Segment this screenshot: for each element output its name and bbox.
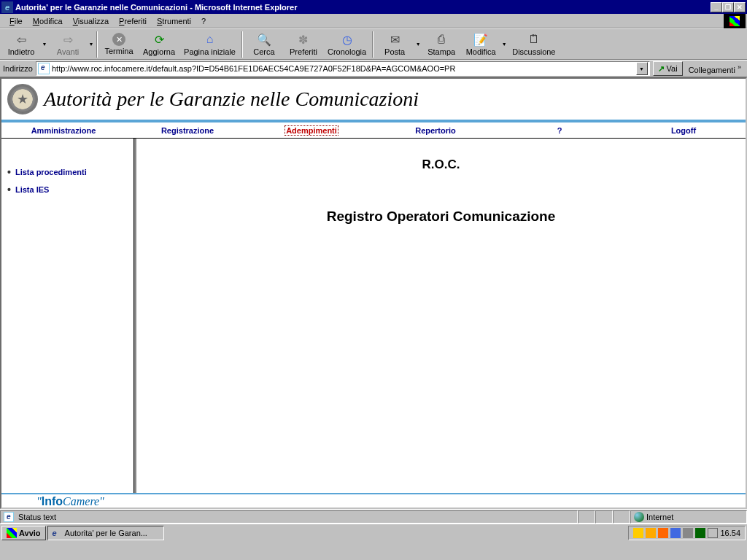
system-tray[interactable]: 16.54 — [628, 526, 746, 540]
tray-icon[interactable] — [658, 528, 668, 538]
main-content: R.O.C. Registro Operatori Comunicazione — [134, 139, 746, 493]
forward-dropdown: ▼ — [88, 42, 95, 47]
maximize-button[interactable]: ❐ — [722, 2, 734, 12]
status-cell — [595, 510, 613, 524]
taskbar-task[interactable]: Autorita' per le Garan... — [47, 526, 164, 540]
mail-dropdown[interactable]: ▼ — [414, 42, 422, 47]
refresh-icon: ⟳ — [152, 32, 166, 47]
print-icon: ⎙ — [434, 32, 449, 47]
menu-view[interactable]: Visualizza — [68, 15, 114, 27]
search-button[interactable]: 🔍 Cerca — [244, 30, 284, 59]
status-cell — [613, 510, 630, 524]
tray-icon[interactable] — [646, 528, 656, 538]
nav-help[interactable]: ? — [498, 122, 622, 138]
stop-button[interactable]: ✕ Termina — [99, 30, 139, 59]
sidebar-item-procedimenti[interactable]: Lista procedimenti — [7, 166, 128, 178]
clock: 16.54 — [720, 529, 740, 537]
windows-logo-icon — [724, 14, 746, 28]
close-button[interactable]: ✕ — [734, 2, 746, 12]
status-text: Status text — [18, 513, 56, 521]
history-icon: ◷ — [340, 32, 355, 47]
globe-icon — [634, 512, 644, 522]
footer-brand: "InfoCamere" — [1, 493, 746, 509]
search-icon: 🔍 — [257, 32, 271, 47]
security-zone: Internet — [630, 510, 747, 524]
nav-logoff[interactable]: Logoff — [622, 122, 746, 138]
back-dropdown[interactable]: ▼ — [41, 42, 48, 47]
page-icon — [4, 512, 14, 522]
links-button[interactable]: Collegamenti » — [686, 63, 744, 74]
statusbar: Status text Internet — [0, 509, 747, 524]
tray-icon[interactable] — [683, 528, 693, 538]
mail-icon: ✉ — [387, 32, 402, 47]
menu-tools[interactable]: Strumenti — [152, 15, 196, 27]
edit-dropdown[interactable]: ▼ — [500, 42, 508, 47]
menu-file[interactable]: File — [4, 15, 28, 27]
history-button[interactable]: ◷ Cronologia — [323, 30, 371, 59]
top-nav: Amministrazione Registrazione Adempiment… — [1, 121, 746, 139]
sidebar: Lista procedimenti Lista IES — [1, 139, 134, 493]
home-button[interactable]: ⌂ Pagina iniziale — [179, 30, 240, 59]
print-button[interactable]: ⎙ Stampa — [422, 30, 461, 59]
discuss-button[interactable]: 🗒 Discussione — [508, 30, 560, 59]
forward-arrow-icon: ⇨ — [61, 32, 75, 47]
edit-button[interactable]: 📝 Modifica — [461, 30, 500, 59]
favorites-button[interactable]: ✽ Preferiti — [284, 30, 323, 59]
favorites-icon: ✽ — [296, 32, 311, 47]
toolbar: ⇦ Indietro ▼ ⇨ Avanti ▼ ✕ Termina ⟳ Aggi… — [0, 28, 747, 60]
taskbar: Avvio Autorita' per le Garan... 16.54 — [0, 524, 747, 541]
address-label: Indirizzo — [3, 64, 33, 73]
tray-icon[interactable] — [695, 528, 705, 538]
tray-icon[interactable] — [670, 528, 681, 538]
sidebar-item-ies[interactable]: Lista IES — [7, 184, 128, 195]
address-dropdown[interactable]: ▼ — [636, 62, 648, 75]
nav-register[interactable]: Registrazione — [125, 122, 249, 138]
nav-repertory[interactable]: Repertorio — [374, 122, 498, 138]
nav-compliance[interactable]: Adempimenti — [249, 122, 374, 138]
menu-edit[interactable]: Modifica — [28, 15, 68, 27]
home-icon: ⌂ — [203, 32, 217, 47]
back-arrow-icon: ⇦ — [14, 32, 28, 47]
main-subheading: Registro Operatori Comunicazione — [136, 209, 746, 225]
toolbar-divider — [372, 31, 374, 58]
menu-help[interactable]: ? — [196, 15, 211, 27]
page-icon — [38, 63, 50, 74]
tray-icon[interactable] — [708, 528, 718, 538]
menubar: File Modifica Visualizza Preferiti Strum… — [0, 14, 747, 28]
forward-button: ⇨ Avanti — [48, 30, 88, 59]
page-banner: Autorità per le Garanzie nelle Comunicaz… — [1, 79, 746, 121]
main-heading: R.O.C. — [136, 158, 746, 172]
ie-icon — [1, 1, 13, 13]
crest-icon — [7, 84, 38, 114]
menu-favorites[interactable]: Preferiti — [114, 15, 152, 27]
window-titlebar: Autorita' per le Garanzie nelle Comunica… — [0, 0, 747, 14]
mail-button[interactable]: ✉ Posta — [375, 30, 414, 59]
refresh-button[interactable]: ⟳ Aggiorna — [139, 30, 179, 59]
back-button[interactable]: ⇦ Indietro — [1, 30, 41, 59]
toolbar-divider — [96, 31, 98, 58]
go-button[interactable]: Vai — [653, 61, 683, 76]
status-text-cell: Status text — [0, 510, 578, 524]
edit-icon: 📝 — [473, 32, 488, 47]
minimize-button[interactable]: _ — [711, 2, 722, 12]
tray-icon[interactable] — [633, 528, 643, 538]
nav-admin[interactable]: Amministrazione — [1, 122, 125, 138]
start-button[interactable]: Avvio — [1, 526, 46, 540]
status-cell — [578, 510, 595, 524]
discuss-icon: 🗒 — [527, 32, 541, 47]
address-input-wrap[interactable]: ▼ — [36, 61, 650, 76]
window-title: Autorita' per le Garanzie nelle Comunica… — [15, 3, 711, 12]
stop-icon: ✕ — [112, 33, 125, 46]
address-input[interactable] — [52, 64, 636, 73]
page-viewport: Autorità per le Garanzie nelle Comunicaz… — [0, 77, 747, 509]
toolbar-divider — [241, 31, 243, 58]
address-bar: Indirizzo ▼ Vai Collegamenti » — [0, 60, 747, 77]
banner-title: Autorità per le Garanzie nelle Comunicaz… — [44, 88, 419, 111]
